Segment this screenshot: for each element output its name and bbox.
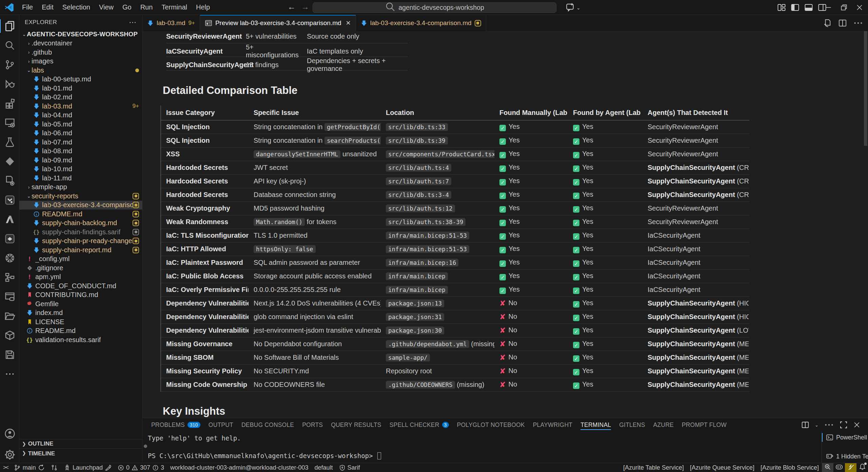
tree-folder-.github[interactable]: ›.github — [19, 48, 142, 57]
statusbar--azurite-table-service-[interactable]: [Azurite Table Service] — [620, 463, 687, 472]
explorer-more-button[interactable]: ⋯ — [129, 18, 137, 27]
menu-selection[interactable]: Selection — [58, 2, 95, 13]
statusbar-bell-icon[interactable] — [856, 463, 868, 472]
tree-file-lab-11.md[interactable]: lab-11.md — [19, 174, 142, 183]
more-icon[interactable] — [824, 420, 834, 430]
tree-root[interactable]: ⌄AGENTIC-DEVSECOPS-WORKSHOP — [19, 30, 142, 39]
panel-tab-terminal[interactable]: TERMINAL — [577, 418, 614, 432]
editor-tab[interactable]: lab-03-exercise-3.4-comparison.md — [356, 15, 486, 31]
menu-help[interactable]: Help — [192, 2, 214, 13]
menu-file[interactable]: File — [18, 2, 37, 13]
command-center-search[interactable]: agentic-devsecops-workshop — [313, 2, 556, 13]
statusbar-item-main[interactable]: main — [11, 463, 48, 472]
statusbar-item-0[interactable]: 03073 — [115, 463, 167, 472]
tree-file-lab-10.md[interactable]: lab-10.md — [19, 165, 142, 174]
activity-source-control-icon[interactable] — [0, 56, 19, 73]
panel-tab-spell-checker[interactable]: SPELL CHECKER3 — [386, 418, 452, 432]
tree-file-lab-05.md[interactable]: lab-05.md — [19, 120, 142, 129]
tree-file-lab-09.md[interactable]: lab-09.md — [19, 156, 142, 165]
split-editor-icon[interactable] — [838, 19, 847, 27]
tree-file-code-of-conduct.md[interactable]: CODE_OF_CONDUCT.md — [19, 281, 142, 291]
statusbar-zoom-icon[interactable] — [822, 463, 833, 472]
panel-tab-polyglot-notebook[interactable]: POLYGLOT NOTEBOOK — [454, 418, 528, 432]
activity-dark-panel-icon[interactable] — [0, 192, 19, 209]
menu-view[interactable]: View — [95, 2, 118, 13]
terminal-output[interactable]: Type 'help' to get help. PS C:\src\GitHu… — [148, 434, 381, 460]
activity-account-icon[interactable] — [0, 425, 19, 442]
more-icon[interactable] — [853, 18, 863, 28]
tree-file-gemfile[interactable]: Gemfile — [19, 299, 142, 309]
activity-remote-explorer-icon[interactable] — [0, 114, 19, 131]
tree-file-lab-03-exercise-3.4-comparison.md[interactable]: lab-03-exercise-3.4-comparison.md — [19, 201, 142, 210]
activity-database-window-icon[interactable] — [0, 288, 19, 305]
tree-file-contributing.md[interactable]: CONTRIBUTING.md — [19, 291, 142, 300]
copilot-menu-button[interactable]: ⌄ — [562, 2, 584, 13]
tree-file-.gitignore[interactable]: .gitignore — [19, 263, 142, 273]
tree-file-lab-01.md[interactable]: lab-01.md — [19, 84, 142, 93]
activity-more-icon[interactable] — [0, 366, 19, 382]
scrollbar-thumb[interactable] — [864, 31, 867, 146]
minimize-button[interactable] — [821, 0, 836, 15]
panel-tab-azure[interactable]: AZURE — [650, 418, 677, 432]
statusbar-item-workload-cluster-003-admin-wor[interactable]: workload-cluster-003-admin@workload-clus… — [167, 463, 311, 472]
tree-folder-sample-app[interactable]: ›sample-app — [19, 183, 142, 192]
activity-gear-icon[interactable] — [0, 446, 19, 463]
tree-file-lab-00-setup.md[interactable]: lab-00-setup.md — [19, 75, 142, 84]
tree-file-apm.yml[interactable]: !apm.yml — [19, 273, 142, 282]
tree-folder-.devcontainer[interactable]: ›.devcontainer — [19, 39, 142, 48]
editor-tab[interactable]: Preview lab-03-exercise-3.4-comparison.m… — [200, 15, 356, 31]
tree-file-supply-chain-report.md[interactable]: supply-chain-report.md — [19, 245, 142, 255]
panel-tab-gitlens[interactable]: GITLENS — [616, 418, 648, 432]
outline-section[interactable]: ❯ OUTLINE — [19, 439, 142, 448]
statusbar-azurite-icon[interactable] — [845, 463, 856, 472]
activity-debug-icon[interactable] — [0, 76, 19, 93]
activity-kubernetes-icon[interactable] — [0, 250, 19, 267]
menu-edit[interactable]: Edit — [37, 2, 58, 13]
open-changes-icon[interactable] — [823, 19, 832, 27]
panel-tab-playwright[interactable]: PLAYWRIGHT — [530, 418, 576, 432]
menu-terminal[interactable]: Terminal — [157, 2, 192, 13]
activity-testing-flask-icon[interactable] — [0, 134, 19, 151]
statusbar-item-default[interactable]: default — [311, 463, 336, 472]
chevron-down-icon[interactable]: ⌄ — [815, 422, 818, 428]
panel-tab-debug-console[interactable]: DEBUG CONSOLE — [238, 418, 297, 432]
nav-back-button[interactable]: ← — [288, 2, 296, 12]
timeline-section[interactable]: ❯ TIMELINE — [19, 448, 142, 463]
statusbar-copilot-icon[interactable] — [833, 463, 845, 472]
toggle-sidebar-icon[interactable] — [791, 3, 800, 12]
tree-file-lab-02.md[interactable]: lab-02.md — [19, 93, 142, 102]
tree-file-readme.md[interactable]: README.md — [19, 327, 142, 336]
activity-files-icon[interactable] — [0, 18, 19, 35]
activity-azure-icon[interactable] — [0, 211, 19, 228]
activity-search-icon[interactable] — [0, 37, 19, 54]
split-terminal-icon[interactable] — [801, 421, 809, 429]
activity-save-icon[interactable] — [0, 346, 19, 363]
tree-file-validation-results.sarif[interactable]: {}validation-results.sarif — [19, 335, 142, 345]
nav-forward-button[interactable]: → — [301, 2, 309, 12]
activity-folder-open-icon[interactable] — [0, 308, 19, 324]
activity-extensions-icon[interactable] — [0, 95, 19, 112]
panel-tab-output[interactable]: OUTPUT — [205, 418, 237, 432]
activity-file-gear-icon[interactable] — [0, 172, 19, 189]
maximize-panel-icon[interactable] — [840, 421, 848, 429]
tree-file-readme.md[interactable]: README.md — [19, 210, 142, 219]
tree-folder-images[interactable]: ›images — [19, 57, 142, 66]
tree-file-index.md[interactable]: index.md — [19, 309, 142, 318]
close-button[interactable] — [852, 0, 867, 15]
statusbar--azurite-blob-service-[interactable]: [Azurite Blob Service] — [757, 463, 822, 472]
panel-tab-ports[interactable]: PORTS — [299, 418, 326, 432]
editor-tab[interactable]: lab-03.md9+ — [142, 15, 200, 31]
tree-file--config.yml[interactable]: !_config.yml — [19, 255, 142, 264]
statusbar-item[interactable]: >< — [0, 463, 11, 472]
panel-tab-problems[interactable]: PROBLEMS310 — [148, 418, 204, 432]
tree-folder-labs[interactable]: ⌄labs — [19, 66, 142, 75]
statusbar-item-launchpad[interactable]: Launchpad — [61, 463, 115, 472]
tree-file-lab-06.md[interactable]: lab-06.md — [19, 129, 142, 138]
tree-file-supply-chain-pr-ready-changes.md[interactable]: supply-chain-pr-ready-changes.md — [19, 237, 142, 246]
tree-file-license[interactable]: LICENSE — [19, 317, 142, 327]
tree-folder-security-reports[interactable]: ⌄security-reports — [19, 192, 142, 201]
tree-file-supply-chain-findings.sarif[interactable]: {}supply-chain-findings.sarif — [19, 228, 142, 237]
restore-button[interactable] — [836, 0, 852, 15]
tree-file-lab-08.md[interactable]: lab-08.md — [19, 147, 142, 156]
activity-hierarchy-icon[interactable] — [0, 269, 19, 286]
